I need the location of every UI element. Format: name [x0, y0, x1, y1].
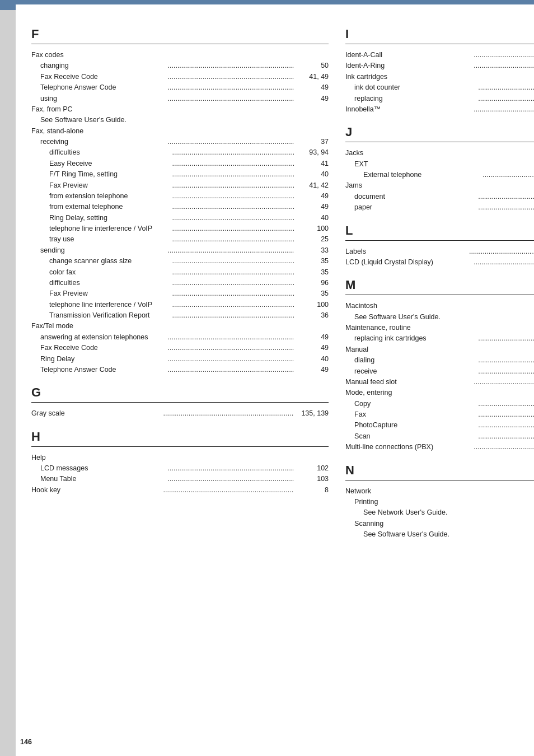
index-entry: Fax Receive Code .......................… — [31, 72, 329, 82]
section-letter-h: H — [31, 430, 329, 444]
entry-page: 35 — [295, 267, 329, 278]
entry-page: 40 — [295, 354, 329, 365]
entry-text: Scan — [345, 431, 477, 442]
index-entry: LCD (Liquid Crystal Display) ...........… — [345, 257, 534, 268]
entry-text: Macintosh — [345, 301, 534, 311]
index-entry: receive ................................… — [345, 366, 534, 377]
entry-page: 25 — [295, 234, 329, 245]
entry-dots: ........................................… — [172, 278, 294, 288]
section-letter-g: G — [31, 385, 329, 400]
entry-text: See Network User's Guide. — [345, 507, 534, 518]
entry-text: See Software User's Guide. — [345, 529, 534, 540]
entry-text: EXT — [345, 159, 534, 170]
entry-dots: ........................................… — [168, 94, 294, 104]
entry-dots: ........................................… — [168, 365, 294, 375]
entry-text: Fax Receive Code — [31, 343, 167, 353]
entry-page: 50 — [295, 60, 329, 71]
entry-dots: ........................................… — [478, 366, 534, 377]
entry-page: 100 — [295, 223, 329, 234]
section-divider — [31, 402, 329, 403]
index-entry: EXT — [345, 159, 534, 170]
index-entry: changing ...............................… — [31, 60, 329, 71]
entry-dots: ........................................… — [474, 104, 534, 115]
entry-text: Mode, entering — [345, 388, 534, 398]
entry-text: Ident-A-Ring — [345, 60, 472, 71]
entry-dots: ........................................… — [478, 94, 534, 104]
section-divider — [345, 240, 534, 241]
page-number: 146 — [20, 738, 32, 746]
entry-dots: ........................................… — [478, 202, 534, 213]
entry-page: 49 — [295, 191, 329, 202]
index-entry: using ..................................… — [31, 94, 329, 104]
index-entry: Fax Preview ............................… — [31, 180, 329, 191]
entry-page: 41 — [295, 158, 329, 169]
entry-text: answering at extension telephones — [31, 332, 167, 343]
two-col-layout: FFax codeschanging .....................… — [31, 17, 534, 739]
index-entry: Fax codes — [31, 50, 329, 60]
entry-text: Ring Delay — [31, 354, 167, 365]
entry-text: Fax, from PC — [31, 104, 329, 115]
entry-text: Gray scale — [31, 408, 162, 419]
entry-text: Scanning — [345, 519, 534, 529]
index-entry: answering at extension telephones ......… — [31, 332, 329, 343]
entry-page: 41, 42 — [295, 180, 329, 191]
entry-text: replacing ink cartridges — [345, 333, 477, 344]
entry-text: Printing — [345, 497, 534, 507]
index-entry: Scanning — [345, 519, 534, 529]
index-entry: Scan ...................................… — [345, 431, 534, 442]
index-entry: Telephone Answer Code ..................… — [31, 365, 329, 375]
section-letter-j: J — [345, 125, 534, 139]
entry-page: 36 — [295, 310, 329, 321]
entry-text: difficulties — [31, 147, 171, 158]
index-entry: replacing ink cartridges ...............… — [345, 333, 534, 344]
index-entry: Ident-A-Call ...........................… — [345, 50, 534, 60]
entry-dots: ........................................… — [168, 474, 294, 484]
entry-dots: ........................................… — [469, 246, 534, 257]
entry-text: Hook key — [31, 485, 162, 496]
entry-page: 49 — [295, 82, 329, 93]
index-entry: See Network User's Guide. — [345, 507, 534, 518]
index-entry: External telephone .....................… — [345, 170, 534, 180]
entry-page: 35 — [295, 288, 329, 299]
entry-page: 49 — [295, 332, 329, 343]
index-entry: Fax/Tel mode — [31, 321, 329, 332]
index-entry: F/T Ring Time, setting .................… — [31, 169, 329, 180]
entry-text: Innobella™ — [345, 104, 472, 115]
section-divider — [345, 142, 534, 142]
entry-dots: ........................................… — [172, 213, 294, 223]
section-divider — [345, 44, 534, 44]
entry-dots: ........................................… — [172, 169, 294, 180]
left-bar-accent — [0, 0, 16, 10]
entry-text: using — [31, 94, 167, 104]
index-entry: paper ..................................… — [345, 202, 534, 213]
entry-text: Network — [345, 486, 534, 497]
entry-text: dialing — [345, 355, 477, 366]
entry-dots: ........................................… — [478, 409, 534, 420]
index-entry: Ring Delay .............................… — [31, 354, 329, 365]
entry-dots: ........................................… — [168, 137, 294, 147]
section-letter-f: F — [31, 27, 329, 41]
entry-text: from external telephone — [31, 202, 171, 212]
entry-text: Fax, stand-alone — [31, 126, 329, 137]
entry-text: Fax Preview — [31, 288, 171, 299]
index-entry: Fax, stand-alone — [31, 126, 329, 137]
index-entry: PhotoCapture ...........................… — [345, 420, 534, 431]
entry-text: See Software User's Guide. — [31, 115, 329, 125]
entry-text: Labels — [345, 246, 468, 257]
entry-page: 37 — [295, 137, 329, 147]
section-divider — [345, 480, 534, 480]
entry-text: Manual feed slot — [345, 377, 472, 388]
content-area: FFax codeschanging .....................… — [16, 0, 534, 756]
index-entry: telephone line interference / VoIP .....… — [31, 300, 329, 310]
entry-dots: ........................................… — [168, 332, 294, 343]
entry-dots: ........................................… — [168, 354, 294, 365]
entry-dots: ........................................… — [172, 147, 294, 158]
entry-dots: ........................................… — [478, 420, 534, 431]
entry-page: 35 — [295, 256, 329, 267]
index-entry: Gray scale .............................… — [31, 408, 329, 419]
entry-text: Fax Preview — [31, 180, 171, 191]
index-entry: from extension telephone ...............… — [31, 191, 329, 202]
entry-page: 93, 94 — [295, 147, 329, 158]
index-entry: Ink cartridges — [345, 72, 534, 82]
entry-text: Jams — [345, 180, 534, 191]
